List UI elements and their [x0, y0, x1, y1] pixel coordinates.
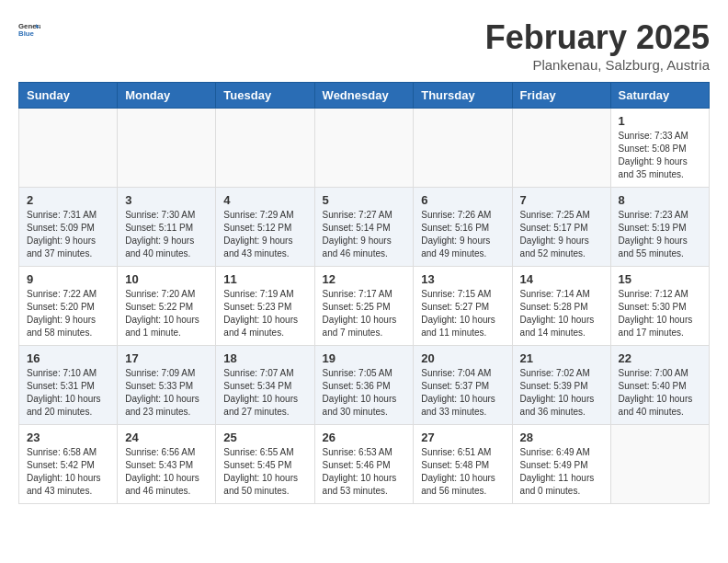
day-number: 20 — [421, 351, 504, 365]
day-number: 9 — [27, 272, 109, 286]
col-saturday: Saturday — [610, 83, 709, 109]
day-info: Sunrise: 6:51 AM Sunset: 5:48 PM Dayligh… — [421, 446, 504, 498]
header: General Blue February 2025 Plankenau, Sa… — [18, 18, 710, 73]
day-info: Sunrise: 6:55 AM Sunset: 5:45 PM Dayligh… — [223, 446, 306, 498]
col-thursday: Thursday — [414, 83, 512, 109]
table-row: 13Sunrise: 7:15 AM Sunset: 5:27 PM Dayli… — [414, 267, 512, 346]
table-row: 5Sunrise: 7:27 AM Sunset: 5:14 PM Daylig… — [314, 188, 414, 267]
table-row: 2Sunrise: 7:31 AM Sunset: 5:09 PM Daylig… — [19, 188, 118, 267]
table-row: 23Sunrise: 6:58 AM Sunset: 5:42 PM Dayli… — [19, 425, 118, 504]
table-row: 11Sunrise: 7:19 AM Sunset: 5:23 PM Dayli… — [216, 267, 314, 346]
day-info: Sunrise: 7:25 AM Sunset: 5:17 PM Dayligh… — [520, 209, 603, 260]
logo-icon: General Blue — [18, 18, 40, 40]
table-row: 1Sunrise: 7:33 AM Sunset: 5:08 PM Daylig… — [610, 109, 709, 188]
day-number: 3 — [125, 193, 208, 207]
table-row: 24Sunrise: 6:56 AM Sunset: 5:43 PM Dayli… — [118, 425, 216, 504]
col-friday: Friday — [512, 83, 610, 109]
day-info: Sunrise: 7:12 AM Sunset: 5:30 PM Dayligh… — [619, 288, 701, 339]
calendar-header-row: Sunday Monday Tuesday Wednesday Thursday… — [19, 83, 710, 109]
table-row: 4Sunrise: 7:29 AM Sunset: 5:12 PM Daylig… — [216, 188, 314, 267]
calendar-week-row: 23Sunrise: 6:58 AM Sunset: 5:42 PM Dayli… — [19, 425, 710, 504]
calendar-week-row: 16Sunrise: 7:10 AM Sunset: 5:31 PM Dayli… — [19, 346, 710, 425]
day-number: 15 — [619, 272, 701, 286]
day-number: 16 — [27, 351, 109, 365]
table-row: 9Sunrise: 7:22 AM Sunset: 5:20 PM Daylig… — [19, 267, 118, 346]
day-info: Sunrise: 7:09 AM Sunset: 5:33 PM Dayligh… — [125, 367, 208, 419]
table-row: 15Sunrise: 7:12 AM Sunset: 5:30 PM Dayli… — [610, 267, 709, 346]
day-info: Sunrise: 6:53 AM Sunset: 5:46 PM Dayligh… — [323, 446, 406, 498]
day-info: Sunrise: 6:58 AM Sunset: 5:42 PM Dayligh… — [27, 446, 109, 498]
calendar-title: February 2025 — [485, 18, 710, 57]
day-number: 23 — [27, 431, 109, 444]
day-info: Sunrise: 7:10 AM Sunset: 5:31 PM Dayligh… — [27, 367, 109, 419]
table-row: 19Sunrise: 7:05 AM Sunset: 5:36 PM Dayli… — [314, 346, 414, 425]
day-number: 24 — [125, 431, 208, 444]
svg-text:Blue: Blue — [18, 29, 35, 38]
table-row: 27Sunrise: 6:51 AM Sunset: 5:48 PM Dayli… — [414, 425, 512, 504]
table-row: 7Sunrise: 7:25 AM Sunset: 5:17 PM Daylig… — [512, 188, 610, 267]
table-row: 14Sunrise: 7:14 AM Sunset: 5:28 PM Dayli… — [512, 267, 610, 346]
day-number: 1 — [619, 114, 701, 128]
table-row: 17Sunrise: 7:09 AM Sunset: 5:33 PM Dayli… — [118, 346, 216, 425]
calendar-week-row: 9Sunrise: 7:22 AM Sunset: 5:20 PM Daylig… — [19, 267, 710, 346]
day-number: 11 — [223, 272, 306, 286]
day-info: Sunrise: 7:07 AM Sunset: 5:34 PM Dayligh… — [223, 367, 306, 419]
table-row: 18Sunrise: 7:07 AM Sunset: 5:34 PM Dayli… — [216, 346, 314, 425]
table-row: 8Sunrise: 7:23 AM Sunset: 5:19 PM Daylig… — [610, 188, 709, 267]
day-info: Sunrise: 7:02 AM Sunset: 5:39 PM Dayligh… — [520, 367, 603, 419]
table-row: 16Sunrise: 7:10 AM Sunset: 5:31 PM Dayli… — [19, 346, 118, 425]
day-info: Sunrise: 7:19 AM Sunset: 5:23 PM Dayligh… — [223, 288, 306, 339]
calendar-week-row: 1Sunrise: 7:33 AM Sunset: 5:08 PM Daylig… — [19, 109, 710, 188]
table-row — [314, 109, 414, 188]
day-info: Sunrise: 7:31 AM Sunset: 5:09 PM Dayligh… — [27, 209, 109, 260]
day-number: 25 — [223, 431, 306, 444]
day-info: Sunrise: 7:23 AM Sunset: 5:19 PM Dayligh… — [619, 209, 701, 260]
logo: General Blue — [18, 18, 40, 44]
day-number: 7 — [520, 193, 603, 207]
table-row: 21Sunrise: 7:02 AM Sunset: 5:39 PM Dayli… — [512, 346, 610, 425]
day-number: 12 — [323, 272, 406, 286]
table-row: 12Sunrise: 7:17 AM Sunset: 5:25 PM Dayli… — [314, 267, 414, 346]
day-number: 19 — [323, 351, 406, 365]
day-number: 28 — [520, 431, 603, 444]
table-row — [610, 425, 709, 504]
day-info: Sunrise: 6:56 AM Sunset: 5:43 PM Dayligh… — [125, 446, 208, 498]
day-number: 8 — [619, 193, 701, 207]
table-row: 6Sunrise: 7:26 AM Sunset: 5:16 PM Daylig… — [414, 188, 512, 267]
day-number: 18 — [223, 351, 306, 365]
day-number: 10 — [125, 272, 208, 286]
day-number: 13 — [421, 272, 504, 286]
calendar-week-row: 2Sunrise: 7:31 AM Sunset: 5:09 PM Daylig… — [19, 188, 710, 267]
calendar-table: Sunday Monday Tuesday Wednesday Thursday… — [18, 82, 710, 504]
day-info: Sunrise: 7:15 AM Sunset: 5:27 PM Dayligh… — [421, 288, 504, 339]
day-info: Sunrise: 7:30 AM Sunset: 5:11 PM Dayligh… — [125, 209, 208, 260]
day-info: Sunrise: 7:04 AM Sunset: 5:37 PM Dayligh… — [421, 367, 504, 419]
table-row — [118, 109, 216, 188]
day-number: 6 — [421, 193, 504, 207]
day-number: 27 — [421, 431, 504, 444]
table-row: 22Sunrise: 7:00 AM Sunset: 5:40 PM Dayli… — [610, 346, 709, 425]
table-row: 26Sunrise: 6:53 AM Sunset: 5:46 PM Dayli… — [314, 425, 414, 504]
table-row — [414, 109, 512, 188]
day-number: 5 — [323, 193, 406, 207]
day-number: 21 — [520, 351, 603, 365]
day-info: Sunrise: 7:17 AM Sunset: 5:25 PM Dayligh… — [323, 288, 406, 339]
table-row: 25Sunrise: 6:55 AM Sunset: 5:45 PM Dayli… — [216, 425, 314, 504]
day-info: Sunrise: 6:49 AM Sunset: 5:49 PM Dayligh… — [520, 446, 603, 498]
calendar-subtitle: Plankenau, Salzburg, Austria — [485, 57, 710, 73]
col-wednesday: Wednesday — [314, 83, 414, 109]
col-tuesday: Tuesday — [216, 83, 314, 109]
day-info: Sunrise: 7:26 AM Sunset: 5:16 PM Dayligh… — [421, 209, 504, 260]
day-number: 14 — [520, 272, 603, 286]
day-info: Sunrise: 7:29 AM Sunset: 5:12 PM Dayligh… — [223, 209, 306, 260]
day-info: Sunrise: 7:05 AM Sunset: 5:36 PM Dayligh… — [323, 367, 406, 419]
day-info: Sunrise: 7:33 AM Sunset: 5:08 PM Dayligh… — [619, 130, 701, 181]
table-row: 20Sunrise: 7:04 AM Sunset: 5:37 PM Dayli… — [414, 346, 512, 425]
table-row — [512, 109, 610, 188]
table-row — [19, 109, 118, 188]
day-number: 2 — [27, 193, 109, 207]
day-info: Sunrise: 7:22 AM Sunset: 5:20 PM Dayligh… — [27, 288, 109, 339]
day-number: 17 — [125, 351, 208, 365]
table-row: 28Sunrise: 6:49 AM Sunset: 5:49 PM Dayli… — [512, 425, 610, 504]
col-monday: Monday — [118, 83, 216, 109]
